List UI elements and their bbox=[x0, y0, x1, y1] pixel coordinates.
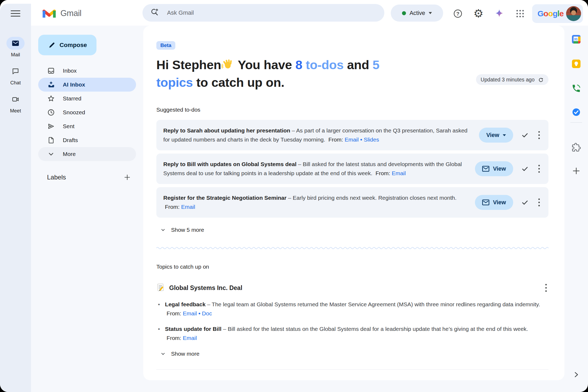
calendar-sidepanel-button[interactable]: 31 bbox=[564, 34, 588, 44]
rail-item-mail[interactable]: Mail bbox=[0, 37, 31, 58]
email-link[interactable]: Email bbox=[392, 170, 406, 176]
refresh-status-chip[interactable]: Updated 3 minutes ago bbox=[476, 74, 548, 85]
search-input[interactable] bbox=[167, 9, 377, 17]
show-more-todos-button[interactable]: Show 5 more bbox=[160, 227, 204, 233]
plus-icon bbox=[572, 166, 581, 175]
status-active-dot bbox=[402, 11, 406, 15]
more-options-button[interactable] bbox=[537, 197, 541, 208]
mark-done-button[interactable] bbox=[520, 130, 530, 140]
side-panel-divider bbox=[570, 122, 582, 123]
show-more-topic-button[interactable]: Show more bbox=[160, 351, 199, 357]
status-selector[interactable]: Active bbox=[391, 5, 443, 22]
rail-item-meet[interactable]: Meet bbox=[0, 93, 31, 114]
page-title: Hi Stephen You have 8 to-dos and 5 topic… bbox=[156, 57, 490, 91]
sidebar-item-label: Snoozed bbox=[63, 109, 85, 116]
collapse-side-panel-button[interactable] bbox=[564, 370, 588, 379]
mail-pill bbox=[6, 37, 25, 50]
google-logo: Google bbox=[537, 9, 563, 18]
slides-link[interactable]: Slides bbox=[364, 136, 379, 143]
sidebar-item-starred[interactable]: Starred bbox=[38, 92, 136, 105]
add-sidepanel-app-button[interactable] bbox=[564, 166, 588, 175]
tasks-sidepanel-button[interactable] bbox=[564, 107, 588, 117]
todos-count: 8 bbox=[295, 58, 302, 72]
memo-emoji bbox=[156, 283, 165, 293]
topic-options-button[interactable] bbox=[544, 282, 548, 293]
updated-text: Updated 3 minutes ago bbox=[481, 77, 535, 83]
sidebar-item-inbox[interactable]: Inbox bbox=[38, 64, 136, 78]
sidebar-item-sent[interactable]: Sent bbox=[38, 119, 136, 133]
rail-item-label: Mail bbox=[11, 52, 20, 58]
main-menu-icon[interactable] bbox=[11, 10, 20, 17]
addons-sidepanel-button[interactable] bbox=[564, 143, 588, 152]
rail-item-chat[interactable]: Chat bbox=[0, 65, 31, 86]
gmail-logo: Gmail bbox=[42, 7, 81, 19]
wave-emoji bbox=[222, 59, 234, 73]
more-options-button[interactable] bbox=[537, 163, 541, 174]
chevron-right-icon bbox=[572, 370, 581, 379]
email-link[interactable]: Email bbox=[345, 136, 359, 143]
labels-header-row: Labels bbox=[38, 170, 136, 185]
email-link[interactable]: Email bbox=[183, 335, 197, 341]
view-dropdown-button[interactable]: View bbox=[479, 128, 513, 143]
search-bar[interactable] bbox=[142, 4, 384, 22]
check-icon bbox=[521, 131, 529, 139]
view-email-button[interactable]: View bbox=[475, 195, 513, 210]
settings-button[interactable]: ⚙ bbox=[473, 8, 484, 19]
google-voice-icon bbox=[571, 84, 581, 93]
add-label-button[interactable] bbox=[123, 173, 131, 181]
topics-count: 5 bbox=[373, 58, 380, 72]
voice-sidepanel-button[interactable] bbox=[564, 84, 588, 93]
more-options-button[interactable] bbox=[537, 130, 541, 141]
help-button[interactable]: ? bbox=[452, 8, 463, 19]
pencil-icon bbox=[48, 41, 55, 49]
kebab-icon bbox=[538, 198, 540, 207]
sidebar-item-snoozed[interactable]: Snoozed bbox=[38, 105, 136, 119]
gmail-m-icon bbox=[42, 7, 56, 19]
mark-done-button[interactable] bbox=[520, 197, 530, 207]
chevron-down-icon bbox=[160, 227, 166, 233]
sidebar-item-label: Sent bbox=[63, 123, 75, 130]
kebab-icon bbox=[538, 164, 540, 173]
chat-pill bbox=[6, 65, 25, 78]
beta-badge: Beta bbox=[156, 41, 175, 50]
topic-header: Global Systems Inc. Deal bbox=[156, 282, 548, 293]
labels-title: Labels bbox=[47, 174, 66, 181]
todos-section-label: Suggested to-dos bbox=[156, 107, 548, 113]
plus-icon bbox=[123, 173, 131, 181]
envelope-icon bbox=[482, 166, 489, 172]
gemini-button[interactable] bbox=[494, 8, 505, 19]
left-rail bbox=[0, 4, 31, 392]
sidebar-item-ai-inbox[interactable]: AI Inbox bbox=[38, 78, 136, 92]
email-link[interactable]: Email bbox=[181, 204, 195, 210]
nav-list: Inbox AI Inbox Starred Snoozed bbox=[38, 64, 136, 161]
draft-file-icon bbox=[47, 136, 55, 144]
mark-done-button[interactable] bbox=[520, 164, 530, 174]
kebab-icon bbox=[538, 131, 540, 140]
check-icon bbox=[521, 165, 529, 173]
divider bbox=[156, 369, 548, 370]
wavy-divider bbox=[156, 245, 548, 250]
envelope-icon bbox=[482, 199, 489, 205]
view-email-button[interactable]: View bbox=[475, 161, 513, 176]
video-camera-icon bbox=[11, 95, 20, 103]
email-link[interactable]: Email bbox=[183, 310, 197, 316]
sidebar-item-label: More bbox=[63, 151, 76, 157]
todo-card: Register for the Strategic Negotiation S… bbox=[156, 187, 548, 218]
gemini-sparkle-icon bbox=[494, 8, 505, 19]
doc-link[interactable]: Doc bbox=[202, 310, 212, 316]
send-icon bbox=[47, 122, 55, 130]
google-tasks-icon bbox=[571, 107, 581, 117]
ai-inbox-panel: Beta Hi Stephen You have 8 to-dos and bbox=[143, 26, 564, 380]
sidebar-item-more[interactable]: More bbox=[38, 147, 136, 161]
kebab-icon bbox=[545, 283, 547, 292]
inbox-icon bbox=[47, 67, 55, 75]
sidebar-item-label: AI Inbox bbox=[63, 81, 85, 88]
keep-sidepanel-button[interactable] bbox=[564, 59, 588, 69]
google-apps-button[interactable] bbox=[514, 8, 526, 19]
check-icon bbox=[521, 198, 529, 206]
topic-title: Global Systems Inc. Deal bbox=[169, 284, 242, 292]
sidebar-item-drafts[interactable]: Drafts bbox=[38, 133, 136, 147]
avatar[interactable] bbox=[566, 6, 581, 21]
compose-button[interactable]: Compose bbox=[38, 35, 96, 55]
todo-text: Reply to Sarah about updating her presen… bbox=[163, 126, 473, 144]
